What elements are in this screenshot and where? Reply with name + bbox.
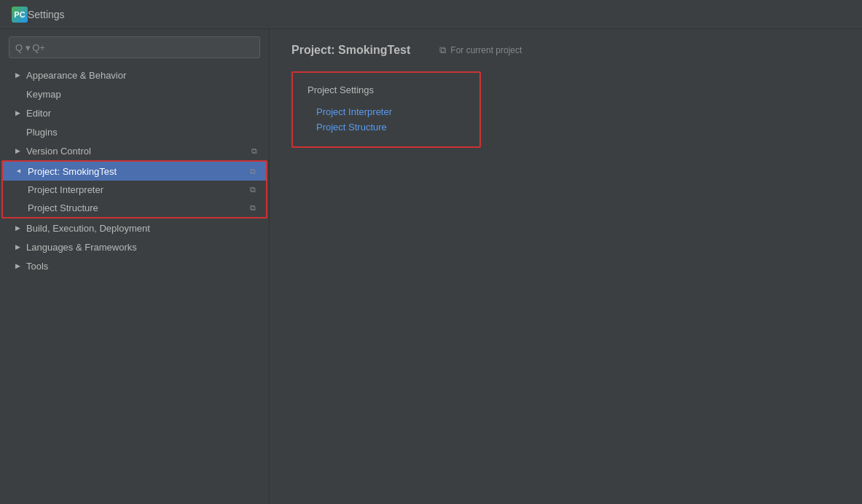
sidebar-item-label: Build, Execution, Deployment	[26, 223, 257, 234]
sidebar-item-plugins[interactable]: ▶ Plugins	[0, 122, 269, 141]
arrow-icon: ▶	[12, 222, 23, 234]
arrow-icon: ▶	[12, 145, 23, 157]
arrow-icon: ▶	[12, 241, 23, 253]
content-header: Project: SmokingTest ⧉ For current proje…	[291, 44, 840, 57]
sidebar-item-build[interactable]: ▶ Build, Execution, Deployment	[0, 218, 269, 237]
main-layout: Q ▾ ▶ Appearance & Behavior ▶ Keymap ▶ E…	[0, 29, 862, 504]
copy-icon: ⧉	[250, 167, 256, 176]
sidebar-item-appearance[interactable]: ▶ Appearance & Behavior	[0, 66, 269, 84]
sidebar-item-label: Appearance & Behavior	[26, 70, 257, 81]
page-title: Project: SmokingTest	[291, 44, 410, 57]
content-area: Project: SmokingTest ⧉ For current proje…	[270, 29, 862, 504]
copy-icon: ⧉	[250, 185, 256, 194]
sidebar-item-project-smoking-test[interactable]: ▼ Project: SmokingTest ⧉	[3, 162, 266, 181]
project-section-highlighted: ▼ Project: SmokingTest ⧉ Project Interpr…	[1, 160, 267, 218]
sidebar-item-label: Project: SmokingTest	[28, 166, 246, 177]
sidebar-nav: ▶ Appearance & Behavior ▶ Keymap ▶ Edito…	[0, 66, 269, 504]
arrow-icon: ▶	[12, 69, 23, 81]
card-link-project-structure[interactable]: Project Structure	[307, 119, 465, 135]
copy-icon: ⧉	[251, 146, 257, 156]
sidebar-item-editor[interactable]: ▶ Editor	[0, 103, 269, 122]
sidebar-item-label: Version Control	[26, 146, 247, 157]
sidebar-item-project-structure[interactable]: Project Structure ⧉	[3, 199, 266, 217]
sidebar-subitem-label: Project Structure	[28, 202, 246, 213]
app-icon: PC	[12, 7, 28, 23]
sidebar-item-label: Tools	[26, 261, 257, 272]
sidebar-item-version-control[interactable]: ▶ Version Control ⧉	[0, 141, 269, 160]
sidebar-item-label: Plugins	[26, 127, 257, 138]
card-link-project-interpreter[interactable]: Project Interpreter	[307, 104, 465, 119]
sidebar-item-label: Keymap	[26, 89, 257, 100]
card-section-title: Project Settings	[307, 84, 465, 95]
sidebar-item-tools[interactable]: ▶ Tools	[0, 256, 269, 275]
sidebar-item-keymap[interactable]: ▶ Keymap	[0, 84, 269, 103]
sidebar-item-label: Languages & Frameworks	[26, 242, 257, 253]
title-bar-title: Settings	[28, 9, 65, 20]
search-box[interactable]: Q ▾	[9, 36, 260, 58]
arrow-icon: ▶	[12, 107, 23, 119]
for-current-project: ⧉ For current project	[439, 44, 522, 56]
sidebar-item-project-interpreter[interactable]: Project Interpreter ⧉	[3, 181, 266, 199]
sidebar: Q ▾ ▶ Appearance & Behavior ▶ Keymap ▶ E…	[0, 29, 270, 504]
title-bar: PC Settings	[0, 0, 862, 29]
search-separator: ▾	[26, 42, 31, 53]
sidebar-item-languages[interactable]: ▶ Languages & Frameworks	[0, 237, 269, 256]
arrow-icon: ▶	[12, 260, 23, 272]
sidebar-subitem-label: Project Interpreter	[28, 184, 246, 195]
search-input[interactable]	[32, 42, 254, 53]
search-icon: Q	[15, 42, 23, 53]
copy-small-icon: ⧉	[439, 44, 446, 56]
expanded-arrow-icon: ▼	[13, 165, 25, 177]
copy-icon: ⧉	[250, 203, 256, 213]
for-current-project-label: For current project	[450, 45, 522, 55]
project-settings-card: Project Settings Project Interpreter Pro…	[291, 71, 481, 148]
sidebar-item-label: Editor	[26, 108, 257, 119]
